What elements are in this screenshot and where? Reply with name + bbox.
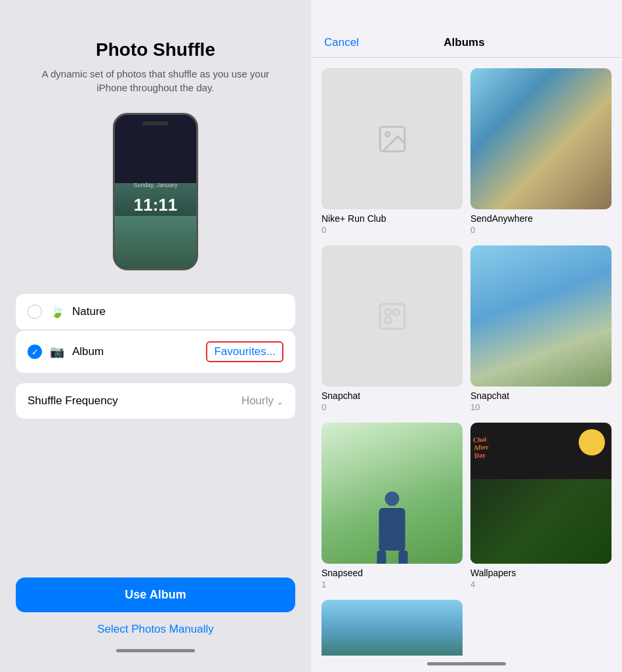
album-count: 0 bbox=[321, 402, 463, 412]
home-indicator bbox=[116, 649, 195, 652]
nature-option-row[interactable]: 🍃 Nature bbox=[16, 294, 295, 329]
select-photos-manually-button[interactable]: Select Photos Manually bbox=[97, 623, 214, 636]
svg-rect-3 bbox=[385, 309, 390, 314]
list-item[interactable]: WhatsApp 71 bbox=[321, 600, 463, 656]
shuffle-label: Shuffle Frequency bbox=[28, 394, 118, 408]
album-count: 4 bbox=[470, 579, 612, 589]
phone-date: Sunday, January bbox=[134, 182, 178, 188]
svg-rect-2 bbox=[380, 304, 405, 329]
phone-time: 11:11 bbox=[134, 195, 178, 215]
right-panel: Cancel Albums Nike+ Run Club 0 bbox=[311, 0, 622, 672]
home-indicator bbox=[427, 662, 506, 665]
album-icon: 📷 bbox=[50, 345, 64, 359]
svg-point-1 bbox=[385, 132, 389, 136]
list-item[interactable]: Snapchat 0 bbox=[321, 245, 463, 412]
album-name: Nike+ Run Club bbox=[321, 213, 463, 224]
album-count: 0 bbox=[470, 225, 612, 235]
album-name: Wallpapers bbox=[470, 568, 612, 578]
phone-mockup: Sunday, January 11:11 bbox=[113, 113, 198, 270]
album-thumbnail bbox=[470, 245, 612, 387]
chevron-icon: ⌃ bbox=[276, 396, 283, 406]
album-thumbnail bbox=[321, 68, 463, 209]
album-thumbnail bbox=[321, 600, 463, 656]
cancel-button[interactable]: Cancel bbox=[324, 36, 359, 49]
options-container: 🍃 Nature ✓ 📷 Album Favourites... bbox=[16, 294, 295, 373]
album-thumbnail bbox=[321, 423, 463, 564]
nature-radio[interactable] bbox=[28, 304, 42, 319]
page-title: Photo Shuffle bbox=[96, 39, 215, 60]
album-thumbnail bbox=[321, 245, 463, 387]
shuffle-frequency-row[interactable]: Shuffle Frequency Hourly ⌃ bbox=[16, 383, 295, 419]
phone-notch bbox=[142, 121, 169, 125]
placeholder-thumb bbox=[321, 245, 463, 387]
albums-title: Albums bbox=[444, 36, 484, 49]
list-item[interactable]: ChaiAfterDay Wallpapers 4 bbox=[470, 423, 612, 589]
album-thumbnail bbox=[470, 68, 612, 209]
album-option-row[interactable]: ✓ 📷 Album Favourites... bbox=[16, 331, 295, 373]
album-name: Snapchat bbox=[321, 390, 463, 401]
left-panel: Photo Shuffle A dynamic set of photos th… bbox=[0, 0, 311, 672]
favourites-button[interactable]: Favourites... bbox=[206, 341, 283, 362]
list-item[interactable]: Snapchat 10 bbox=[470, 245, 612, 412]
albums-header: Cancel Albums bbox=[311, 0, 622, 58]
shuffle-frequency-value: Hourly bbox=[241, 394, 274, 408]
placeholder-thumb bbox=[321, 68, 463, 209]
album-checkbox[interactable]: ✓ bbox=[28, 345, 42, 359]
album-count: 0 bbox=[321, 225, 463, 235]
album-count: 10 bbox=[470, 402, 612, 412]
album-name: Snapseed bbox=[321, 568, 463, 578]
shuffle-value: Hourly ⌃ bbox=[241, 394, 283, 408]
list-item[interactable]: SendAnywhere 0 bbox=[470, 68, 612, 235]
album-name: SendAnywhere bbox=[470, 213, 612, 224]
albums-grid: Nike+ Run Club 0 SendAnywhere 0 bbox=[311, 58, 622, 656]
list-item[interactable]: Snapseed 1 bbox=[321, 423, 463, 589]
list-item[interactable]: Nike+ Run Club 0 bbox=[321, 68, 463, 235]
album-thumbnail: ChaiAfterDay bbox=[470, 423, 612, 564]
page-subtitle: A dynamic set of photos that shuffle as … bbox=[16, 67, 295, 94]
nature-label: Nature bbox=[72, 305, 283, 318]
nature-icon: 🍃 bbox=[50, 304, 64, 319]
album-label: Album bbox=[72, 345, 198, 358]
album-count: 1 bbox=[321, 579, 463, 589]
album-name: Snapchat bbox=[470, 390, 612, 401]
use-album-button[interactable]: Use Album bbox=[16, 578, 295, 612]
svg-rect-5 bbox=[385, 318, 390, 323]
phone-water bbox=[115, 216, 196, 268]
svg-rect-4 bbox=[394, 309, 399, 314]
